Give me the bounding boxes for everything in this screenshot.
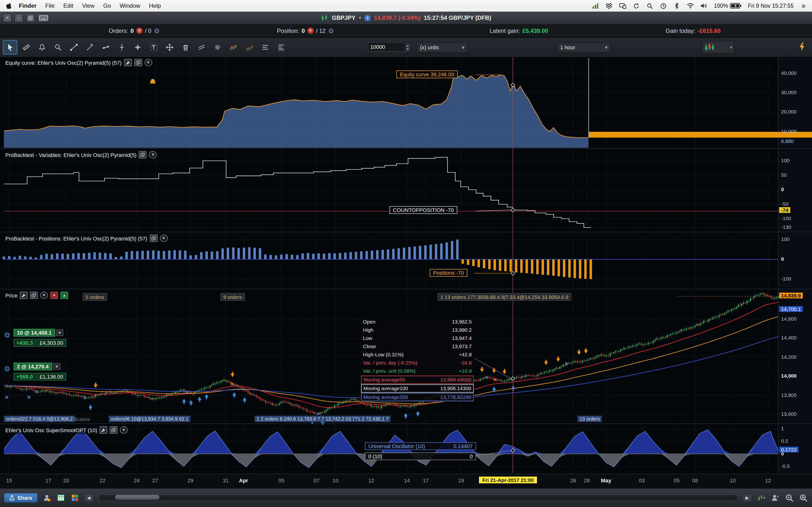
order-count-badge[interactable]: 9 orders	[220, 293, 245, 301]
detach-window-icon[interactable]	[139, 151, 147, 158]
user-add-icon[interactable]	[770, 493, 780, 503]
wrench-icon[interactable]	[124, 59, 132, 66]
sync-icon[interactable]	[633, 2, 640, 9]
tool-zigzag-indicator-button[interactable]	[226, 40, 241, 55]
oscillator-value-label[interactable]: Universal Oscillator (10) 0.14407	[365, 442, 476, 450]
share-button[interactable]: Share	[4, 493, 38, 503]
close-window-icon[interactable]: ×	[3, 13, 12, 22]
menu-item-edit[interactable]: Edit	[63, 2, 73, 9]
tool-horizontal-levels-button[interactable]	[258, 40, 272, 55]
tool-ruler-button[interactable]	[19, 40, 33, 55]
menu-item-file[interactable]: File	[45, 2, 55, 9]
close-icon[interactable]: ×	[149, 151, 157, 158]
position-qty-badge[interactable]: 2 @ 14,270.4	[13, 362, 52, 370]
scroll-left-button[interactable]: ◀	[84, 494, 94, 502]
order-count-badge[interactable]: 1 13 orders.177.3058.88.4.9|7.33.4@14,25…	[438, 293, 571, 301]
wrench-icon[interactable]	[20, 292, 28, 299]
marker-icon[interactable]	[150, 77, 156, 86]
tool-settings-button[interactable]	[210, 40, 225, 55]
keyboard-icon[interactable]	[38, 13, 49, 22]
cancel-orders-icon[interactable]: ×	[136, 27, 142, 34]
quantity-input[interactable]	[368, 42, 405, 52]
detach-window-icon[interactable]	[150, 235, 157, 242]
tool-vertical-line-button[interactable]	[114, 40, 129, 55]
detach-window-icon[interactable]	[30, 292, 38, 299]
tool-text-button[interactable]	[146, 40, 161, 55]
close-icon[interactable]: ×	[144, 59, 152, 66]
menu-item-window[interactable]: Window	[120, 2, 140, 9]
sell-marker-icon[interactable]: ▼	[50, 292, 58, 299]
positions-label[interactable]: Positions -70	[430, 269, 467, 277]
tool-select-button[interactable]	[3, 40, 17, 55]
order-history-badge[interactable]: 1 2 orders 8.240.6 13,783.9 7.7 13,742.2…	[255, 416, 391, 422]
position-cross-icon[interactable]: ×	[5, 394, 8, 401]
position-cross-icon[interactable]: ×	[27, 394, 31, 401]
usage-bars-icon[interactable]	[592, 2, 599, 9]
detach-window-icon[interactable]	[110, 427, 117, 434]
menu-item-help[interactable]: Help	[149, 2, 161, 9]
volume-icon[interactable]	[700, 2, 708, 9]
close-icon[interactable]: ×	[120, 427, 128, 434]
spotlight-icon[interactable]	[646, 2, 654, 9]
zoom-in-button[interactable]	[799, 493, 808, 503]
tool-alert-button[interactable]	[35, 40, 49, 55]
tool-segment-button[interactable]	[99, 40, 113, 55]
wifi-icon[interactable]	[687, 2, 694, 9]
info-icon[interactable]: i	[364, 15, 371, 21]
tool-arrows-button[interactable]	[162, 40, 177, 55]
chart-add-icon[interactable]	[756, 493, 766, 503]
minimize-window-icon[interactable]: –	[14, 13, 23, 22]
grid-icon[interactable]	[70, 493, 80, 503]
units-select[interactable]: (x) units▾	[417, 42, 468, 53]
sheet-icon[interactable]	[56, 493, 65, 503]
lightning-icon[interactable]	[799, 42, 805, 54]
close-position-icon[interactable]: ×	[56, 329, 63, 336]
oscillator-zero-label[interactable]: 0 (10) 0	[365, 452, 476, 460]
detach-window-icon[interactable]	[134, 59, 142, 66]
menu-item-finder[interactable]: Finder	[19, 2, 37, 9]
close-icon[interactable]: ×	[40, 292, 48, 299]
tool-parallel-lines-button[interactable]	[194, 40, 209, 55]
quantity-stepper[interactable]: ▲▼	[404, 42, 411, 53]
charts-canvas[interactable]: ××××××××	[0, 57, 812, 474]
close-position-icon[interactable]: ×	[53, 363, 61, 370]
tool-trendline-button[interactable]	[67, 40, 81, 55]
battery-status[interactable]: 100%	[714, 3, 742, 9]
time-axis[interactable]: Fri 21-Apr-2017 21:00 1517202224272931Ap…	[0, 474, 812, 489]
scrollbar-thumb[interactable]	[115, 495, 159, 500]
tool-zoom-button[interactable]	[51, 40, 65, 55]
position-settings-icon[interactable]: ⚙	[328, 27, 334, 34]
buy-marker-icon[interactable]: ▲	[60, 292, 68, 299]
apple-menu-icon[interactable]	[5, 2, 12, 9]
position-settings-icon[interactable]: ⚙	[4, 331, 10, 338]
order-history-badge[interactable]: orders022.7 018.4 0@13,906.2	[4, 416, 75, 422]
chart-scrollbar[interactable]	[98, 495, 738, 501]
bluetooth-icon[interactable]	[673, 2, 680, 9]
tool-fibonacci-button[interactable]	[274, 40, 289, 55]
displays-icon[interactable]	[619, 2, 626, 9]
position-qty-badge[interactable]: 10 @ 14,408.1	[13, 329, 55, 337]
chart-type-button[interactable]: ▾	[702, 41, 735, 54]
order-count-badge[interactable]: 5 orders	[83, 293, 107, 301]
user-icon[interactable]	[42, 493, 51, 503]
time-machine-icon[interactable]	[660, 2, 667, 9]
position-settings-icon[interactable]: ⚙	[4, 365, 10, 372]
symbol-name[interactable]: GBPJPY	[332, 14, 355, 21]
dropbox-icon[interactable]	[606, 2, 613, 9]
menu-item-view[interactable]: View	[82, 2, 95, 9]
equity-curve-label[interactable]: Equity curve 39,246.00	[396, 70, 457, 78]
orders-settings-icon[interactable]: ⚙	[154, 27, 160, 34]
countofposition-label[interactable]: COUNTOFPOSITION -70	[390, 206, 457, 214]
symbol-dropdown-icon[interactable]: ▾	[359, 15, 361, 20]
tool-ray-button[interactable]	[83, 40, 97, 55]
order-history-badge[interactable]: orders06.10@13,834.7 3,834.9 62.1	[109, 416, 191, 422]
tool-crosshair-button[interactable]	[131, 40, 145, 55]
close-icon[interactable]: ×	[160, 235, 167, 242]
scroll-right-button[interactable]: ▶	[743, 494, 752, 502]
notification-center-icon[interactable]: ≡	[800, 2, 807, 9]
menu-item-go[interactable]: Go	[103, 2, 111, 9]
menu-clock[interactable]: Fri 9 Nov 15:27:55	[748, 3, 794, 9]
close-position-icon[interactable]: ×	[307, 27, 313, 34]
wrench-icon[interactable]	[100, 427, 107, 434]
zoom-out-button[interactable]	[784, 493, 794, 503]
